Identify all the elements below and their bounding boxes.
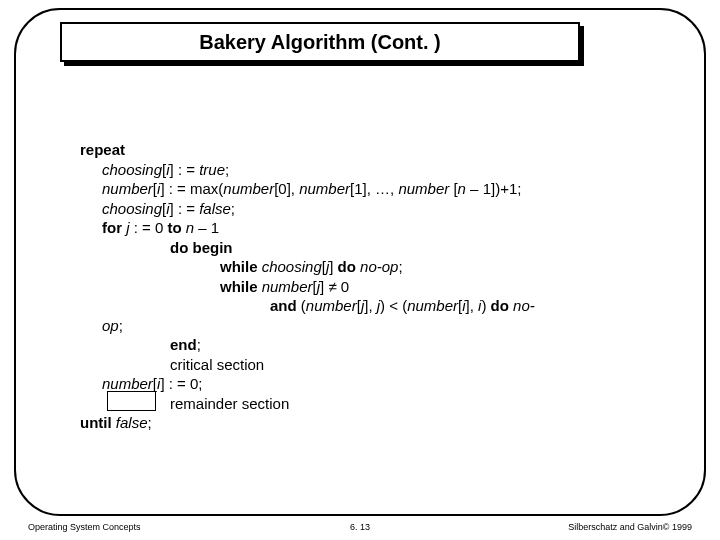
kw-end: end (170, 336, 197, 353)
kw-do: do (338, 258, 361, 275)
kw-while: while (220, 258, 262, 275)
t: ], (364, 297, 372, 314)
kw-do-begin: do begin (170, 239, 233, 256)
t: critical section (170, 356, 264, 373)
t: n (458, 180, 466, 197)
t: number (102, 375, 153, 392)
kw-and: and (270, 297, 301, 314)
t: ; (119, 317, 123, 334)
t: ; (197, 336, 201, 353)
t: ) (481, 297, 490, 314)
t: op (102, 317, 119, 334)
t: ] : = (170, 200, 200, 217)
kw-until: until (80, 414, 116, 431)
t: number (262, 278, 313, 295)
t: choosing (102, 200, 162, 217)
kw-to: to (167, 219, 185, 236)
kw-for: for (102, 219, 126, 236)
t: ] : = max( (160, 180, 223, 197)
t: ] : = (170, 161, 200, 178)
t: j (373, 297, 381, 314)
t: ] : = 0; (160, 375, 202, 392)
t: number (223, 180, 274, 197)
t: number (398, 180, 453, 197)
kw-repeat: repeat (80, 141, 125, 158)
t: ≠ (328, 278, 336, 295)
slide-title: Bakery Algorithm (Cont. ) (199, 31, 441, 54)
t: : = 0 (134, 219, 168, 236)
t: remainder section (170, 395, 289, 412)
t: false (116, 414, 148, 431)
t: [1], …, (350, 180, 398, 197)
t: no- (513, 297, 535, 314)
t: choosing (102, 161, 162, 178)
t: no-op (360, 258, 398, 275)
t: [0], (274, 180, 299, 197)
footer-right: Silberschatz and Galvin© 1999 (568, 522, 692, 532)
t: n (186, 219, 194, 236)
t: – 1])+1; (466, 180, 521, 197)
t: ] (329, 258, 337, 275)
t: ; (231, 200, 235, 217)
t: false (199, 200, 231, 217)
kw-do: do (491, 297, 514, 314)
t: number (299, 180, 350, 197)
box-overlay (107, 391, 156, 411)
t: ; (398, 258, 402, 275)
t: true (199, 161, 225, 178)
t: number (102, 180, 153, 197)
code-block: repeat choosing[i] : = true; number[i] :… (80, 140, 670, 433)
t: – 1 (194, 219, 219, 236)
kw-while: while (220, 278, 262, 295)
t: number (306, 297, 357, 314)
t: j (126, 219, 134, 236)
t: 0 (337, 278, 350, 295)
t: choosing (262, 258, 322, 275)
t: ; (148, 414, 152, 431)
t: ], (466, 297, 479, 314)
title-box: Bakery Algorithm (Cont. ) (60, 22, 580, 62)
t: ; (225, 161, 229, 178)
t: ) < ( (380, 297, 407, 314)
t: number (407, 297, 458, 314)
